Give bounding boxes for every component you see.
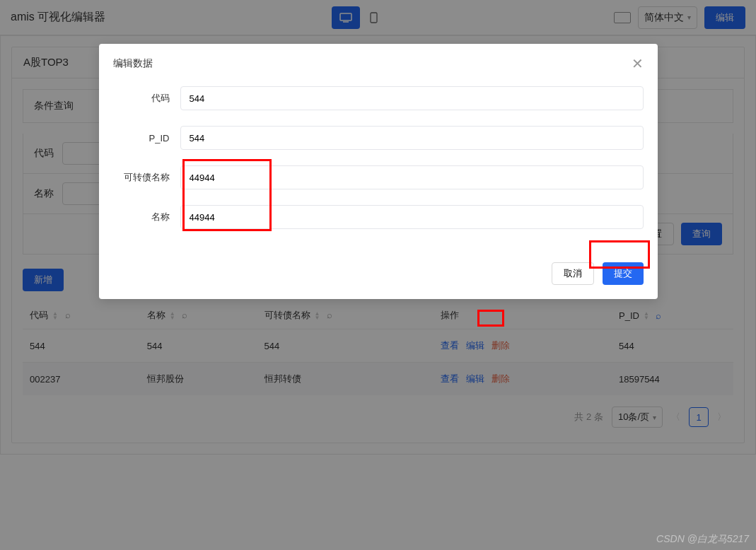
label-bond: 可转债名称 — [113, 171, 180, 184]
label-pid: P_ID — [113, 133, 180, 144]
close-icon[interactable]: ✕ — [632, 55, 644, 72]
dialog-title: 编辑数据 — [113, 57, 632, 70]
submit-button[interactable]: 提交 — [603, 262, 644, 285]
label-code: 代码 — [113, 92, 180, 105]
input-code[interactable] — [180, 86, 644, 110]
edit-dialog: 编辑数据 ✕ 代码 P_ID 可转债名称 名称 取消 提交 — [99, 44, 658, 299]
dialog-overlay: 编辑数据 ✕ 代码 P_ID 可转债名称 名称 取消 提交 — [0, 0, 756, 550]
watermark: CSDN @白龙马5217 — [656, 533, 749, 546]
input-name[interactable] — [180, 205, 644, 229]
input-bond[interactable] — [180, 165, 644, 189]
label-name: 名称 — [113, 211, 180, 223]
input-pid[interactable] — [180, 126, 644, 150]
cancel-button[interactable]: 取消 — [552, 262, 594, 285]
